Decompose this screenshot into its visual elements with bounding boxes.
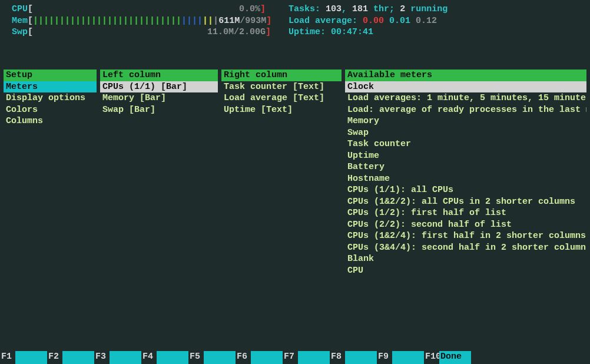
mem-bar: |||||||||||||||||||||||||||||||||| bbox=[33, 16, 213, 26]
mem-label: Mem bbox=[12, 16, 28, 26]
fkey-number: F9 bbox=[377, 351, 392, 364]
fkey-f6[interactable]: F6 bbox=[236, 351, 283, 364]
fkey-number: F10 bbox=[424, 351, 439, 364]
setup-item[interactable]: Meters bbox=[4, 81, 97, 93]
available-column: Available meters ClockLoad averages: 1 m… bbox=[345, 70, 586, 350]
fkey-number: F8 bbox=[330, 351, 345, 364]
right-column: Right column Task counter [Text]Load ave… bbox=[221, 70, 342, 350]
setup-heading: Setup bbox=[4, 70, 97, 81]
swp-meter: Swp[11.0M/2.00G] bbox=[12, 27, 289, 38]
available-meter-item[interactable]: CPUs (2/2): second half of list bbox=[345, 219, 586, 231]
left-meter-item[interactable]: Swap [Bar] bbox=[100, 104, 218, 116]
fkey-f9[interactable]: F9 bbox=[377, 351, 424, 364]
fkey-f2[interactable]: F2 bbox=[47, 351, 94, 364]
left-heading: Left column bbox=[100, 70, 218, 81]
right-meter-item[interactable]: Task counter [Text] bbox=[221, 81, 342, 93]
available-meter-item[interactable]: Load averages: 1 minute, 5 minutes, 15 m… bbox=[345, 92, 586, 104]
setup-item[interactable]: Columns bbox=[4, 115, 97, 127]
available-meter-item[interactable]: Battery bbox=[345, 161, 586, 173]
fkey-label bbox=[345, 351, 377, 364]
fkey-label bbox=[15, 351, 47, 364]
available-meter-item[interactable]: Uptime bbox=[345, 150, 586, 162]
available-meter-item[interactable]: CPUs (1/1): all CPUs bbox=[345, 184, 586, 196]
left-meter-item[interactable]: CPUs (1/1) [Bar] bbox=[100, 81, 218, 93]
fkey-number: F6 bbox=[236, 351, 251, 364]
available-meter-item[interactable]: Memory bbox=[345, 115, 586, 127]
fkey-f4[interactable]: F4 bbox=[141, 351, 188, 364]
fkey-number: F5 bbox=[188, 351, 204, 364]
available-meter-item[interactable]: CPUs (3&4/4): second half in 2 shorter c… bbox=[345, 242, 586, 254]
available-meter-item[interactable]: CPUs (1/2): first half of list bbox=[345, 207, 586, 219]
fkey-f7[interactable]: F7 bbox=[283, 351, 330, 364]
available-meter-item[interactable]: Swap bbox=[345, 127, 586, 139]
fkey-f3[interactable]: F3 bbox=[94, 351, 141, 364]
uptime-meter: Uptime: 00:47:41 bbox=[289, 27, 590, 38]
fkey-label bbox=[298, 351, 330, 364]
setup-item[interactable]: Colors bbox=[4, 104, 97, 116]
fkey-label bbox=[204, 351, 236, 364]
available-meter-item[interactable]: CPUs (1&2/4): first half in 2 shorter co… bbox=[345, 230, 586, 242]
setup-screen: Setup MetersDisplay optionsColorsColumns… bbox=[0, 70, 590, 350]
setup-item[interactable]: Display options bbox=[4, 92, 97, 104]
available-meter-item[interactable]: Clock bbox=[345, 81, 586, 93]
available-meter-item[interactable]: CPUs (1&2/2): all CPUs in 2 shorter colu… bbox=[345, 196, 586, 208]
fkey-label bbox=[251, 351, 283, 364]
available-meter-item[interactable]: Task counter bbox=[345, 138, 586, 150]
fkey-number: F1 bbox=[0, 351, 15, 364]
available-meter-item[interactable]: CPU bbox=[345, 265, 586, 277]
fkey-number: F4 bbox=[141, 351, 157, 364]
fkey-label: Done bbox=[439, 351, 471, 364]
fkey-f1[interactable]: F1 bbox=[0, 351, 47, 364]
fkey-number: F7 bbox=[283, 351, 298, 364]
fkey-f10[interactable]: F10Done bbox=[424, 351, 471, 364]
cpu-value: 0.0% bbox=[239, 4, 260, 14]
fkey-f8[interactable]: F8 bbox=[330, 351, 377, 364]
fkey-label bbox=[157, 351, 188, 364]
fkey-label bbox=[392, 351, 424, 364]
fkey-label bbox=[62, 351, 94, 364]
right-meter-item[interactable]: Load average [Text] bbox=[221, 92, 342, 104]
right-meter-item[interactable]: Uptime [Text] bbox=[221, 104, 342, 116]
cpu-label: CPU bbox=[12, 4, 28, 14]
available-meter-item[interactable]: Hostname bbox=[345, 173, 586, 185]
header-meters: CPU[0.0%] Mem[||||||||||||||||||||||||||… bbox=[0, 0, 590, 42]
fkey-number: F2 bbox=[47, 351, 62, 364]
tasks-meter: Tasks: 103, 181 thr; 2 running bbox=[289, 4, 590, 15]
available-heading: Available meters bbox=[345, 70, 586, 81]
load-meter: Load average: 0.00 0.01 0.12 bbox=[289, 15, 590, 27]
fkey-label bbox=[110, 351, 141, 364]
swp-label: Swp bbox=[12, 27, 28, 37]
fkey-f5[interactable]: F5 bbox=[188, 351, 236, 364]
cpu-meter: CPU[0.0%] bbox=[12, 4, 289, 15]
available-meter-item[interactable]: Blank bbox=[345, 253, 586, 265]
left-meter-item[interactable]: Memory [Bar] bbox=[100, 92, 218, 104]
function-keys: F1F2F3F4F5F6F7F8F9F10Done bbox=[0, 351, 590, 364]
mem-meter: Mem[|||||||||||||||||||||||||||||||||||6… bbox=[12, 15, 289, 27]
fkey-number: F3 bbox=[94, 351, 110, 364]
left-column: Left column CPUs (1/1) [Bar]Memory [Bar]… bbox=[100, 70, 218, 350]
right-heading: Right column bbox=[221, 70, 342, 81]
setup-column: Setup MetersDisplay optionsColorsColumns bbox=[4, 70, 97, 350]
available-meter-item[interactable]: Load: average of ready processes in the … bbox=[345, 104, 586, 116]
